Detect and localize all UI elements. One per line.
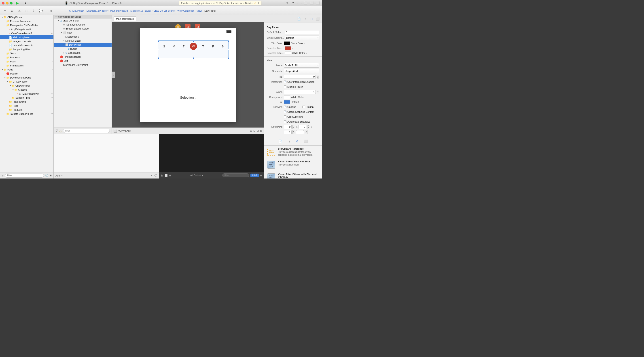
bc-view-scene[interactable]: View Co...er Scene (154, 10, 175, 12)
day-picker-view[interactable]: S M T W T F S (158, 40, 229, 58)
sidebar-item-support-files[interactable]: 📁 Support Files ? (0, 96, 54, 100)
outline-item-day-picker[interactable]: ⬜ Day Picker (54, 43, 112, 47)
bc-chdaypicker[interactable]: CHDayPicker (69, 10, 84, 12)
multiple-touch-checkbox[interactable] (284, 86, 286, 88)
new-btn[interactable]: + (2, 8, 8, 14)
bc-view-controller[interactable]: View Controller (177, 10, 194, 12)
alpha-step-up[interactable]: ▲ (317, 90, 319, 92)
clock-icon[interactable]: 🕐 (45, 174, 48, 177)
split-icon[interactable]: ⬜ (164, 174, 168, 177)
output-filter[interactable] (222, 173, 249, 178)
add-icon[interactable]: + (2, 174, 4, 178)
trash-icon[interactable]: 🗑 (161, 174, 163, 177)
outline-item-top-layout[interactable]: ▭ Top Layout Guide (54, 22, 112, 26)
inspector-tab-doc[interactable]: 📄 (278, 139, 283, 144)
inspector-tab-size[interactable]: ⬜ (304, 139, 308, 144)
sidebar-item-example[interactable]: 📁 Example for CHDayPicker (0, 23, 54, 27)
back-forward-btn[interactable]: ←→ (297, 1, 302, 5)
sidebar-item-viewcontroller[interactable]: ≈ ViewController.swift M (0, 31, 54, 35)
step-w-down[interactable]: ▼ (292, 132, 295, 134)
hidden-checkbox[interactable] (302, 106, 305, 108)
semantic-select[interactable]: Unspecified (284, 69, 319, 73)
day-f[interactable]: F (209, 43, 216, 50)
sidebar-item-chdaypicker-pod2[interactable]: 📁 CHDayPicker (0, 84, 54, 88)
split-icon2[interactable]: ⊟ (169, 174, 171, 177)
filter-checkbox-icon[interactable]: ☑ (56, 129, 58, 133)
bc-main-storyboard[interactable]: Main.storyboard (110, 10, 128, 12)
canvas-tab-main[interactable]: Main storyboard (114, 16, 136, 21)
info-btn[interactable]: ⓘ (154, 174, 157, 177)
sidebar-item-frameworks-top[interactable]: 📁 Frameworks (0, 64, 54, 68)
sidebar-item-products-example[interactable]: 📁 Products (0, 56, 54, 60)
tint-arrow[interactable]: ▾ (300, 101, 300, 103)
selected-bac-arrow[interactable]: ▾ (292, 47, 293, 49)
clears-checkbox[interactable] (284, 110, 286, 113)
outline-item-vc[interactable]: ⊡ View Controller (54, 18, 112, 22)
sidebar-item-podspec[interactable]: 📁 Podspec Metadata (0, 19, 54, 23)
layout-btn1[interactable]: ⬜ (303, 1, 308, 5)
handle-bm[interactable] (193, 57, 194, 58)
grid-icon[interactable]: ⊞ (260, 174, 262, 177)
inspector-size-btn[interactable]: ⬜ (315, 16, 320, 22)
sidebar-item-chdaypicker-swift[interactable]: ≈ CHDayPicker.swift M (0, 92, 54, 96)
close-button[interactable] (2, 2, 4, 4)
day-w[interactable]: W (190, 43, 197, 50)
comment-btn[interactable]: 💬 (38, 8, 44, 14)
tag-step-up[interactable]: ▲ (317, 75, 319, 77)
filter-label-icon[interactable]: ◇ (59, 129, 62, 133)
step-w-up[interactable]: ▲ (292, 130, 295, 132)
day-t1[interactable]: T (180, 43, 187, 50)
title-color-swatch[interactable] (284, 42, 290, 45)
sidebar-item-images[interactable]: 📁 Images.xcassets (0, 39, 54, 44)
tag-field[interactable] (284, 75, 316, 79)
collapse-arrow[interactable]: ‹ (112, 72, 116, 78)
minimize-button[interactable] (6, 2, 8, 4)
sidebar-filter-input[interactable] (5, 174, 44, 178)
breakpoint-btn[interactable]: ◇ (23, 8, 30, 14)
step-y-down[interactable]: ▼ (307, 127, 310, 129)
day-m[interactable]: M (170, 43, 178, 50)
outline-item-button[interactable]: B Button (54, 47, 112, 51)
sidebar-item-main-storyboard[interactable]: 📄 Main.storyboard M (0, 35, 54, 39)
handle-ml[interactable] (158, 49, 159, 50)
handle-tr[interactable] (228, 40, 229, 42)
inspector-file-btn[interactable]: 📄 (296, 16, 302, 22)
canvas-layout-btn4[interactable]: ⊠ (260, 129, 262, 132)
layout-btn2[interactable]: ⬜ (310, 1, 314, 5)
inspector-tab-circle[interactable]: ⊙ (295, 139, 300, 144)
outline-item-storyboard-entry[interactable]: → Storyboard Entry Point (54, 63, 112, 67)
inspector-circle-btn[interactable]: ⊙ (309, 16, 314, 22)
opaque-checkbox[interactable] (284, 106, 286, 108)
sidebar-item-products-pod[interactable]: 📁 Products (0, 108, 54, 112)
hierarchy-icon[interactable]: ⊞ (50, 174, 52, 177)
selected-title-arrow[interactable]: ▾ (306, 52, 307, 54)
default-selec-field[interactable] (285, 30, 319, 34)
sidebar-item-pods-group[interactable]: 📁 Pods ? (0, 68, 54, 72)
background-swatch[interactable] (284, 95, 290, 99)
nav-back[interactable]: ‹ (55, 8, 61, 14)
bc-main-base[interactable]: Main.sto...d (Base) (130, 10, 151, 12)
sidebar-item-podfile[interactable]: 🔴 Podfile (0, 72, 54, 76)
canvas[interactable]: ⊙ ⊡ ⊡ (112, 22, 264, 128)
sidebar-item-development-pods[interactable]: 📁 Development Pods (0, 76, 54, 80)
step-h-up[interactable]: ▲ (305, 130, 308, 132)
nav-forward[interactable]: › (62, 8, 68, 14)
warning-btn[interactable]: ⚠ (16, 8, 22, 14)
sidebar-item-pods-sub[interactable]: 📁 Pods (0, 104, 54, 108)
step-y-up[interactable]: ▲ (307, 125, 310, 127)
canvas-layout-btn1[interactable]: ⊞ (250, 129, 252, 132)
stretching-x-field[interactable] (284, 125, 292, 129)
share-btn[interactable]: ⤴ (30, 8, 37, 14)
canvas-size-btn[interactable]: ⬜ (114, 129, 117, 133)
alpha-step-down[interactable]: ▼ (317, 92, 319, 94)
title-color-arrow[interactable]: ▾ (304, 42, 305, 44)
sidebar-item-supporting-files-example[interactable]: 📁 Supporting Files (0, 48, 54, 52)
outline-item-result-label[interactable]: L Result Label (54, 39, 112, 43)
step-h-down[interactable]: ▼ (305, 132, 308, 134)
stretching-h-field[interactable] (296, 130, 304, 134)
sidebar-item-frameworks-pod[interactable]: 📁 Frameworks (0, 100, 54, 104)
alpha-field[interactable] (284, 90, 316, 94)
help-btn[interactable]: ? (291, 1, 295, 5)
selected-bac-swatch[interactable] (285, 46, 291, 50)
sidebar-item-chdaypicker-root[interactable]: 📁 CHDayPicker (0, 15, 54, 19)
